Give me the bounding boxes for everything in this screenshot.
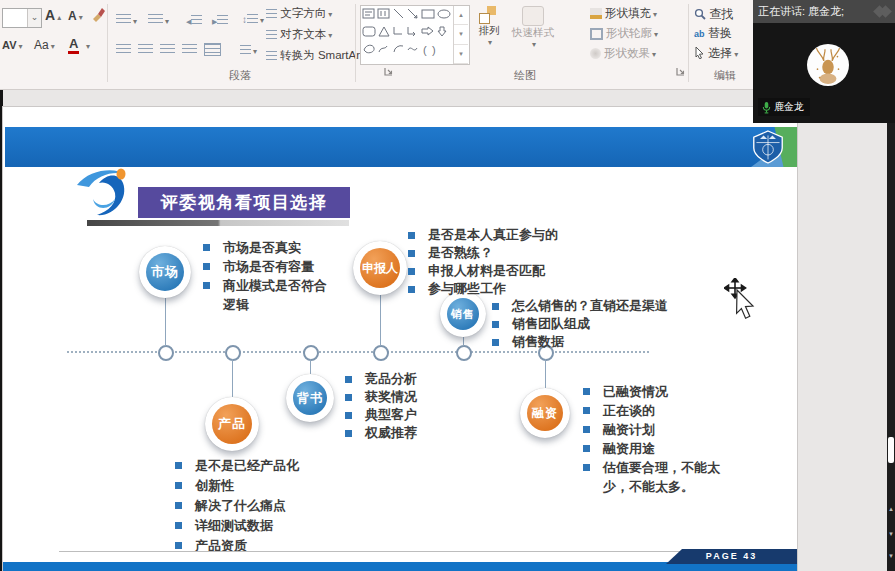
align-center-icon [138, 44, 153, 55]
drawing-group-label: 绘图 [495, 68, 555, 83]
slide-header-band[interactable] [5, 127, 797, 167]
columns-button[interactable]: ▾ [240, 40, 257, 58]
decrease-indent-button[interactable]: ◀ [184, 10, 202, 28]
justify-icon [182, 44, 197, 55]
bullet-item: 竞品分析 [343, 370, 483, 388]
bullet-list-icon [116, 14, 131, 25]
diagram-node-financing[interactable]: 融资 [520, 388, 570, 438]
search-icon [694, 8, 706, 20]
connector-line [545, 359, 546, 389]
slide-canvas[interactable]: 评委视角看项目选择 市场 申报人 销售 背书 产品 融资 市场是否真实市场是否有… [3, 107, 797, 571]
font-size-combo[interactable]: ⌄ [2, 8, 42, 28]
bullet-item: 怎么销售的？直销还是渠道 [490, 297, 680, 315]
bullet-list-sales[interactable]: 怎么销售的？直销还是渠道销售团队组成销售数据 [490, 297, 680, 351]
shape-outline-button[interactable]: 形状轮廓▾ [590, 26, 658, 41]
find-button[interactable]: 查找 [694, 6, 733, 23]
align-center-button[interactable] [138, 40, 153, 58]
clear-formatting-icon[interactable] [90, 6, 106, 22]
bullet-item: 参与哪些工作 [406, 280, 586, 298]
align-text-button[interactable]: 对齐文本▾ [266, 27, 332, 42]
distribute-icon [204, 43, 221, 56]
timeline-dashed-line [67, 351, 649, 353]
bullet-item: 是否熟练？ [406, 244, 586, 262]
grow-font-button[interactable]: A▴ [45, 7, 61, 23]
shape-effects-button[interactable]: 形状效果▾ [590, 46, 656, 61]
replace-button[interactable]: ab 替换 [694, 25, 732, 42]
distribute-button[interactable] [204, 40, 221, 58]
node-label: 融资 [527, 395, 563, 431]
text-direction-icon [266, 9, 277, 19]
character-spacing-button[interactable]: AV▾ [2, 39, 22, 51]
diagram-node-endorsement[interactable]: 背书 [286, 374, 334, 422]
convert-smartart-button[interactable]: 转换为 SmartArt▾ [266, 48, 369, 63]
shapes-gallery[interactable]: ( ) ▴ ▾ ▾ [360, 5, 470, 65]
participant-name-tag: 鹿金龙 [758, 98, 810, 116]
bullet-item: 融资用途 [581, 439, 723, 458]
bullet-item: 权威推荐 [343, 424, 483, 442]
align-text-icon [266, 30, 277, 40]
diagram-node-applicant[interactable]: 申报人 [353, 241, 407, 295]
shape-outline-icon [590, 28, 603, 40]
participant-name: 鹿金龙 [774, 100, 804, 114]
select-button[interactable]: 选择▾ [694, 45, 738, 62]
nav-prev-slide-icon[interactable]: ▴ [887, 505, 895, 513]
align-left-button[interactable] [116, 40, 131, 58]
page-number-badge: PAGE 43 [666, 549, 797, 564]
shrink-font-button[interactable]: A▾ [68, 9, 83, 23]
svg-text:(: ( [423, 44, 427, 56]
justify-button[interactable] [182, 40, 197, 58]
bullet-list-market[interactable]: 市场是否真实市场是否有容量商业模式是否符合逻辑 [201, 238, 327, 314]
font-color-dropdown-icon[interactable]: ▾ [86, 42, 90, 51]
group-divider [355, 4, 356, 82]
group-divider [688, 4, 689, 82]
nav-more-icon[interactable]: ▾ [887, 552, 895, 560]
shape-fill-button[interactable]: 形状填充▾ [590, 6, 657, 21]
connector-line [380, 295, 381, 346]
numbering-button[interactable]: ▾ [148, 10, 169, 28]
scrollbar-thumb[interactable] [888, 437, 894, 463]
participant-avatar [807, 44, 849, 86]
quick-styles-button[interactable]: 快速样式 ▾ [508, 6, 558, 49]
bullet-list-endorsement[interactable]: 竞品分析获奖情况典型客户权威推荐 [343, 370, 483, 442]
shapes-gallery-scroll: ▴ ▾ ▾ [453, 6, 468, 64]
replace-icon: ab [694, 29, 705, 39]
node-label: 市场 [146, 253, 184, 291]
paragraph-dialog-launcher[interactable] [384, 66, 394, 76]
text-direction-button[interactable]: 文字方向▾ [266, 6, 332, 21]
arrange-button[interactable]: 排列 ▾ [473, 6, 505, 47]
connector-line [310, 359, 311, 375]
diagram-node-product[interactable]: 产品 [205, 397, 259, 451]
align-left-icon [116, 44, 131, 55]
shapes-more-icon[interactable]: ▾ [454, 45, 468, 64]
nav-next-slide-icon[interactable]: ▾ [887, 530, 895, 538]
change-case-button[interactable]: Aa▾ [34, 38, 55, 52]
bullet-item: 是不是已经产品化 [173, 456, 333, 476]
align-right-icon [160, 44, 175, 55]
shape-fill-icon [590, 8, 602, 19]
align-right-button[interactable] [160, 40, 175, 58]
line-spacing-button[interactable]: ↕▾ [240, 9, 264, 27]
font-color-button[interactable]: A [68, 36, 79, 54]
bullet-item: 创新性 [173, 476, 333, 496]
timeline-dot [456, 345, 472, 361]
timeline-dot [225, 345, 241, 361]
shapes-scroll-down-icon[interactable]: ▾ [454, 25, 468, 44]
bullet-list-applicant[interactable]: 是否是本人真正参与的是否熟练？申报人材料是否匹配参与哪些工作 [406, 226, 586, 298]
bullet-item: 正在谈的 [581, 401, 723, 420]
slide-title[interactable]: 评委视角看项目选择 [138, 187, 350, 218]
font-size-dropdown-icon[interactable]: ⌄ [27, 9, 41, 27]
company-swoosh-logo[interactable] [69, 165, 135, 223]
meeting-video-overlay: 正在讲话: 鹿金龙; 鹿金 [753, 0, 895, 123]
bullets-button[interactable]: ▾ [116, 10, 137, 28]
font-size-value [3, 9, 27, 27]
bullet-list-financing[interactable]: 已融资情况正在谈的融资计划融资用途估值要合理，不能太少，不能太多。 [581, 382, 723, 496]
drawing-dialog-launcher[interactable] [676, 66, 686, 76]
bullet-list-product[interactable]: 是不是已经产品化创新性解决了什么痛点详细测试数据产品资质 [173, 456, 333, 556]
speaking-label: 正在讲话: 鹿金龙; [758, 4, 844, 19]
shapes-gallery-icons: ( ) [361, 6, 453, 62]
side-panel-edge [887, 123, 895, 571]
connector-line [463, 337, 464, 346]
increase-indent-button[interactable]: ▶ [210, 10, 228, 28]
shapes-scroll-up-icon[interactable]: ▴ [454, 6, 468, 25]
diagram-node-market[interactable]: 市场 [139, 246, 191, 298]
